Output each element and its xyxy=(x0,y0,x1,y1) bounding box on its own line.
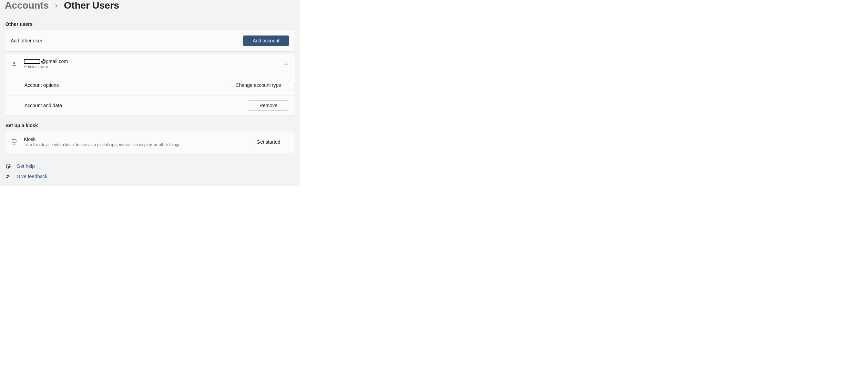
svg-rect-1 xyxy=(12,140,16,142)
add-other-user-label: Add other user xyxy=(11,38,42,44)
account-and-data-label: Account and data xyxy=(24,103,62,108)
kiosk-title-label: Kiosk xyxy=(24,136,180,142)
kiosk-description: Turn this device into a kiosk to use as … xyxy=(24,142,180,148)
give-feedback-label: Give feedback xyxy=(17,174,48,179)
breadcrumb: Accounts Other Users xyxy=(5,0,295,14)
kiosk-get-started-button[interactable]: Get started xyxy=(248,137,289,147)
breadcrumb-parent[interactable]: Accounts xyxy=(5,0,49,11)
get-help-link[interactable]: Get help xyxy=(5,163,295,170)
remove-account-button[interactable]: Remove xyxy=(248,100,289,111)
give-feedback-link[interactable]: Give feedback xyxy=(5,173,295,180)
user-account-card: @gmail.com Administrator Account options… xyxy=(5,53,295,116)
account-options-row: Account options Change account type xyxy=(5,75,295,95)
person-icon xyxy=(11,61,18,68)
svg-point-6 xyxy=(7,175,8,176)
user-account-header[interactable]: @gmail.com Administrator xyxy=(5,53,295,75)
svg-point-0 xyxy=(13,62,15,64)
page-title: Other Users xyxy=(64,0,119,11)
kiosk-card: Kiosk Turn this device into a kiosk to u… xyxy=(5,131,295,153)
svg-point-5 xyxy=(9,167,9,168)
section-title-kiosk: Set up a kiosk xyxy=(6,123,295,128)
section-title-other-users: Other users xyxy=(6,21,295,27)
redacted-username xyxy=(24,59,40,64)
add-other-user-card: Add other user Add account xyxy=(5,30,295,52)
feedback-icon xyxy=(5,173,12,180)
add-account-button[interactable]: Add account xyxy=(243,35,289,46)
change-account-type-button[interactable]: Change account type xyxy=(228,80,289,90)
account-and-data-row: Account and data Remove xyxy=(5,95,295,115)
help-icon xyxy=(5,163,12,170)
support-links: Get help Give feedback xyxy=(5,163,295,180)
account-options-label: Account options xyxy=(24,82,59,88)
user-role: Administrator xyxy=(24,64,68,70)
settings-other-users-panel: Accounts Other Users Other users Add oth… xyxy=(0,0,300,186)
chevron-right-icon xyxy=(54,2,59,11)
kiosk-icon xyxy=(11,139,18,145)
user-email: @gmail.com xyxy=(24,58,68,64)
chevron-up-icon xyxy=(284,61,289,67)
get-help-label: Get help xyxy=(17,163,35,169)
